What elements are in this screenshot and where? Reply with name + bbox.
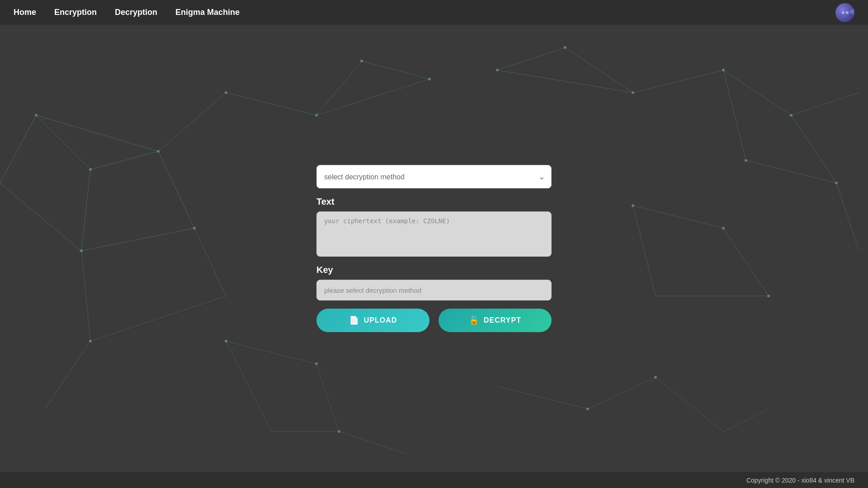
decrypt-button[interactable]: 🔓 DECRYPT: [439, 309, 552, 332]
decryption-method-dropdown[interactable]: select decryption method Caesar Cipher V…: [316, 165, 552, 188]
key-input[interactable]: [316, 280, 552, 300]
form-container: select decryption method Caesar Cipher V…: [316, 165, 552, 332]
upload-label: UPLOAD: [364, 316, 397, 324]
key-label: Key: [316, 265, 552, 275]
lock-open-icon: 🔓: [469, 315, 479, 325]
nav-enigma[interactable]: Enigma Machine: [175, 8, 240, 17]
globe-dot-1: [842, 11, 844, 14]
nav-decryption[interactable]: Decryption: [115, 8, 157, 17]
text-label: Text: [316, 197, 552, 207]
ciphertext-input[interactable]: [316, 211, 552, 257]
buttons-row: 📄 UPLOAD 🔓 DECRYPT: [316, 309, 552, 332]
globe-dot-2: [846, 11, 849, 14]
main-content: select decryption method Caesar Cipher V…: [0, 25, 868, 472]
nav-encryption[interactable]: Encryption: [54, 8, 97, 17]
footer: Copyright © 2020 - xio84 & vincent VB: [0, 472, 868, 488]
globe-dots: [842, 11, 849, 14]
copyright-text: Copyright © 2020 - xio84 & vincent VB: [746, 477, 854, 484]
globe-icon: [835, 3, 854, 22]
navbar: Home Encryption Decryption Enigma Machin…: [0, 0, 868, 25]
upload-icon: 📄: [349, 315, 359, 325]
upload-button[interactable]: 📄 UPLOAD: [316, 309, 429, 332]
nav-home[interactable]: Home: [14, 8, 36, 17]
decrypt-label: DECRYPT: [484, 316, 521, 324]
dropdown-wrapper: select decryption method Caesar Cipher V…: [316, 165, 552, 188]
